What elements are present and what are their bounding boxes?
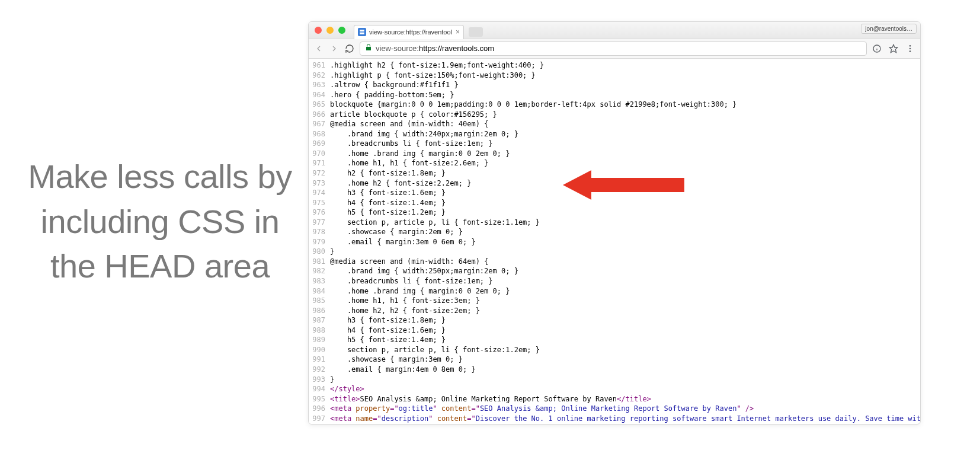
address-bar[interactable]: view-source:https://raventools.com [360,42,867,56]
profile-chip[interactable]: jon@raventools… [861,24,917,34]
browser-window: view-source:https://raventool × jon@rave… [308,21,921,424]
menu-icon[interactable] [905,43,915,54]
window-controls [315,27,345,34]
back-button[interactable] [313,43,324,54]
browser-titlebar: view-source:https://raventool × jon@rave… [309,22,920,39]
url-scheme: view-source: [376,44,419,53]
tab-title: view-source:https://raventool [369,28,452,36]
browser-tab[interactable]: view-source:https://raventool × [354,25,464,39]
slide-headline: Make less calls by including CSS in the … [24,154,296,289]
forward-button[interactable] [329,43,340,54]
line-number-gutter: 9619629639649659669679689699709719729739… [309,59,329,424]
new-tab-button[interactable] [469,27,483,37]
source-content[interactable]: 9619629639649659669679689699709719729739… [309,59,920,424]
lock-icon [365,44,372,53]
window-minimize-button[interactable] [326,27,334,34]
source-lines: .highlight h2 { font-size:1.9em;font-wei… [329,59,920,424]
svg-point-6 [909,50,911,52]
url-host: https://raventools.com [419,44,494,53]
svg-point-5 [909,47,911,49]
url-display: view-source:https://raventools.com [376,44,494,53]
site-info-icon[interactable] [872,43,882,54]
window-close-button[interactable] [315,27,322,34]
svg-marker-3 [889,44,897,52]
reload-button[interactable] [344,43,355,54]
favicon-icon [358,28,366,36]
bookmark-star-icon[interactable] [888,43,899,54]
svg-point-4 [909,45,911,47]
tab-close-icon[interactable]: × [456,28,460,36]
toolbar-right-icons [872,43,915,54]
browser-toolbar: view-source:https://raventools.com [309,39,920,59]
window-zoom-button[interactable] [338,27,345,34]
